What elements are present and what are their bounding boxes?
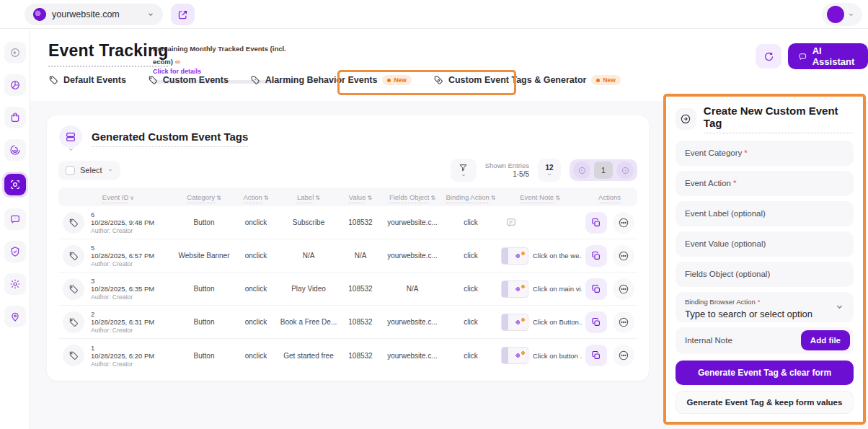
more-actions-button[interactable] bbox=[613, 245, 634, 267]
sidebar-item-settings[interactable] bbox=[4, 273, 26, 295]
col-event-id[interactable]: Event ID∨ bbox=[58, 193, 174, 201]
event-author: Author: Creator bbox=[91, 293, 154, 301]
tracked-events-details-link[interactable]: Click for details bbox=[153, 68, 304, 75]
site-globe-icon bbox=[33, 8, 46, 21]
page-number[interactable]: 1 bbox=[594, 162, 613, 179]
note-icon[interactable] bbox=[505, 217, 517, 229]
copy-tag-button[interactable] bbox=[585, 212, 607, 234]
circle-arrow-icon bbox=[676, 108, 696, 130]
tag-icon bbox=[48, 75, 58, 85]
cell-action: onclick bbox=[234, 352, 278, 360]
more-actions-button[interactable] bbox=[613, 212, 634, 234]
internal-note-field[interactable]: Internal Note Add file bbox=[676, 327, 854, 354]
tag-icon bbox=[148, 75, 158, 85]
tag-icon bbox=[63, 311, 84, 333]
field-label: Event Action bbox=[685, 179, 731, 187]
site-selector[interactable]: yourwebsite.com bbox=[25, 4, 163, 25]
event-date: 10/28/2025, 6:31 PM bbox=[91, 318, 154, 326]
sort-icon: ⇅ bbox=[491, 195, 496, 201]
event-label-field[interactable]: Event Label (optional) bbox=[676, 201, 854, 226]
event-id: 2 bbox=[91, 310, 154, 318]
chat-bubble-icon bbox=[798, 51, 807, 62]
event-author: Author: Creator bbox=[91, 327, 154, 334]
cell-binding-action: click bbox=[443, 318, 498, 326]
cell-value: 108532 bbox=[340, 318, 381, 326]
add-file-button[interactable]: Add file bbox=[801, 330, 850, 350]
col-fields-object[interactable]: Fields Object⇅ bbox=[381, 193, 443, 201]
user-menu[interactable] bbox=[822, 3, 862, 26]
sidebar-item-event-tracking-active[interactable] bbox=[2, 172, 28, 198]
copy-tag-button[interactable] bbox=[585, 311, 607, 333]
table-row: 210/28/2025, 6:31 PMAuthor: Creator Butt… bbox=[58, 306, 637, 339]
copy-tag-button[interactable] bbox=[585, 345, 607, 366]
sidebar-item-chat[interactable] bbox=[4, 208, 26, 230]
cell-binding-action: click bbox=[443, 218, 498, 226]
select-dropdown[interactable]: Select bbox=[58, 161, 120, 180]
event-category-field[interactable]: Event Category* bbox=[676, 141, 854, 166]
tab-alarming-behavior-events[interactable]: Alarming Behavior Events New bbox=[250, 75, 412, 85]
sidebar-item-security[interactable] bbox=[4, 241, 26, 262]
prev-page-button[interactable] bbox=[573, 162, 590, 179]
generate-clear-button[interactable]: Generate Event Tag & clear form bbox=[676, 361, 854, 385]
cell-category: Button bbox=[174, 352, 234, 360]
sidebar-item-radar[interactable] bbox=[4, 139, 26, 161]
filter-button[interactable] bbox=[451, 159, 477, 182]
col-event-note[interactable]: Event Note⇅ bbox=[498, 193, 582, 201]
panel-title: Create New Custom Event Tag bbox=[704, 105, 854, 133]
col-value[interactable]: Value⇅ bbox=[340, 193, 381, 201]
ai-assistant-button[interactable]: AI Assistant bbox=[788, 43, 868, 69]
cell-category: Button bbox=[174, 218, 234, 226]
funnel-icon bbox=[459, 163, 468, 172]
event-value-field[interactable]: Event Value (optional) bbox=[676, 231, 854, 257]
radar-icon bbox=[9, 144, 21, 156]
pie-chart-icon bbox=[9, 79, 21, 91]
sidebar-item-orders[interactable] bbox=[4, 107, 26, 128]
copy-tag-button[interactable] bbox=[585, 278, 607, 300]
sidebar-item-analytics[interactable] bbox=[4, 74, 26, 96]
refresh-icon bbox=[763, 51, 774, 62]
chevron-down-icon[interactable] bbox=[68, 146, 74, 153]
more-actions-button[interactable] bbox=[613, 278, 634, 300]
tag-icon bbox=[63, 278, 84, 300]
note-thumbnail[interactable] bbox=[501, 314, 528, 331]
note-thumbnail[interactable] bbox=[501, 347, 528, 364]
external-link-icon bbox=[177, 9, 188, 20]
page-size-dropdown[interactable]: 12 bbox=[538, 159, 561, 182]
col-category[interactable]: Category⇅ bbox=[174, 193, 234, 201]
top-bar: yourwebsite.com bbox=[0, 0, 868, 29]
infinity-icon: ∞ bbox=[175, 58, 180, 66]
event-action-field[interactable]: Event Action* bbox=[676, 171, 854, 196]
note-thumbnail[interactable] bbox=[501, 247, 528, 265]
copy-tag-button[interactable] bbox=[585, 245, 607, 267]
select-all-checkbox[interactable] bbox=[66, 166, 75, 175]
generate-keep-button[interactable]: Generate Event Tag & keep form values bbox=[676, 391, 854, 414]
col-label[interactable]: Label⇅ bbox=[278, 193, 340, 201]
binding-browser-action-select[interactable]: Binding Browser Action* Type to search o… bbox=[676, 292, 854, 322]
table-row: 610/28/2025, 9:48 PMAuthor: Creator Butt… bbox=[58, 206, 637, 239]
cell-fields-object: yourwebsite.c... bbox=[381, 352, 443, 360]
tag-gear-icon bbox=[433, 75, 443, 85]
tab-custom-event-tags-generator[interactable]: Custom Event Tags & Generator New bbox=[433, 75, 621, 85]
col-action[interactable]: Action⇅ bbox=[234, 193, 278, 201]
col-actions: Actions bbox=[582, 193, 637, 201]
more-actions-button[interactable] bbox=[613, 311, 634, 333]
required-asterisk: * bbox=[758, 298, 761, 306]
sidebar-collapse-icon[interactable] bbox=[4, 42, 26, 63]
col-binding-action[interactable]: Binding Action⇅ bbox=[443, 193, 498, 201]
next-page-button[interactable] bbox=[616, 162, 634, 179]
section-title: Generated Custom Event Tags bbox=[92, 131, 248, 147]
new-dot-icon bbox=[387, 79, 391, 82]
more-actions-button[interactable] bbox=[613, 345, 634, 366]
note-text: Click on button ... bbox=[533, 352, 582, 360]
required-asterisk: * bbox=[744, 149, 747, 157]
event-date: 10/28/2025, 6:57 PM bbox=[91, 252, 154, 260]
refresh-button[interactable] bbox=[756, 44, 781, 68]
cell-category: Button bbox=[174, 318, 234, 326]
note-thumbnail[interactable] bbox=[501, 280, 528, 298]
database-icon[interactable] bbox=[59, 125, 82, 148]
tab-default-events[interactable]: Default Events bbox=[48, 75, 126, 85]
fields-object-field[interactable]: Fields Object (optional) bbox=[676, 262, 854, 287]
tab-custom-events[interactable]: Custom Events bbox=[148, 75, 229, 85]
sidebar-item-location[interactable] bbox=[4, 306, 26, 327]
open-website-button[interactable] bbox=[171, 4, 195, 25]
